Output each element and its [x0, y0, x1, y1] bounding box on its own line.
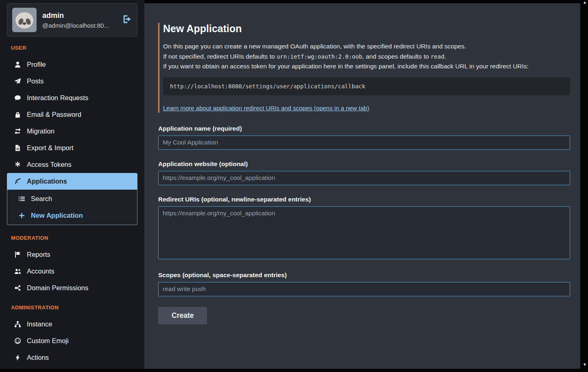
sidebar-item-label: Accounts — [27, 267, 54, 275]
callback-url-codeblock: http://localhost:8080/settings/user/appl… — [163, 77, 570, 95]
sidebar-item-posts[interactable]: Posts — [7, 73, 137, 90]
network-icon — [13, 284, 22, 291]
create-button[interactable]: Create — [158, 307, 207, 324]
user-card: admin @admin@localhost:80... — [7, 3, 137, 37]
sidebar-item-custom-emoji[interactable]: Custom Emoji — [7, 333, 137, 349]
comment-icon — [13, 94, 22, 101]
sidebar-item-label: Reports — [27, 251, 50, 258]
sitemap-icon — [13, 321, 22, 328]
sidebar-item-actions[interactable]: Actions — [7, 349, 137, 366]
sidebar-item-instance[interactable]: Instance — [7, 316, 137, 333]
file-export-icon — [13, 144, 22, 151]
sidebar-item-label: Interaction Requests — [27, 94, 88, 102]
sidebar-item-label: Profile — [27, 61, 46, 68]
sidebar-item-label: Instance — [27, 320, 52, 328]
sidebar-item-interaction-requests[interactable]: Interaction Requests — [7, 90, 137, 106]
sidebar-item-label: Search — [31, 195, 52, 203]
window-bottom-edge — [0, 369, 588, 372]
transfer-arrows-icon — [13, 128, 22, 135]
user-info: admin @admin@localhost:80... — [42, 11, 117, 29]
intro-line-3: If you want to obtain an access token fo… — [163, 61, 570, 72]
avatar-detail — [23, 22, 26, 25]
sidebar-item-migration[interactable]: Migration — [7, 123, 137, 140]
moderation-nav: Reports Accounts Domain Permissions — [7, 246, 137, 296]
sidebar-item-new-application[interactable]: New Application — [7, 207, 137, 224]
page-title: New Application — [163, 23, 570, 35]
application-name-input[interactable] — [158, 136, 570, 150]
sidebar-item-access-tokens[interactable]: Access Tokens — [7, 156, 137, 173]
users-icon — [13, 268, 22, 275]
intro-section: New Application On this page you can cre… — [158, 23, 570, 113]
avatar[interactable] — [12, 8, 37, 32]
sidebar-item-label: Posts — [27, 77, 44, 85]
user-icon — [13, 61, 22, 68]
sidebar-item-label: Export & Import — [27, 144, 74, 152]
avatar-face — [15, 12, 33, 28]
sidebar-item-label: New Application — [31, 212, 83, 219]
plus-icon — [17, 212, 26, 219]
main-panel: New Application On this page you can cre… — [144, 3, 580, 369]
user-name: admin — [42, 11, 117, 20]
sidebar-item-label: Migration — [27, 127, 54, 135]
intro-line-1: On this page you can create a new manage… — [163, 42, 570, 52]
feather-icon — [13, 178, 22, 185]
app-window: admin @admin@localhost:80... USER Profil… — [0, 0, 588, 372]
lock-icon — [13, 111, 22, 118]
learn-more-link[interactable]: Learn more about application redirect UR… — [163, 105, 369, 112]
scroll-up-arrow-icon[interactable]: ▲ — [583, 0, 587, 4]
sidebar: admin @admin@localhost:80... USER Profil… — [0, 0, 144, 369]
sidebar-item-label: Applications — [27, 177, 67, 185]
intro-text: . — [444, 53, 446, 60]
application-name-label: Application name (required) — [158, 125, 570, 132]
sidebar-item-search[interactable]: Search — [7, 190, 137, 207]
scopes-input[interactable] — [158, 282, 570, 296]
application-website-field: Application website (optional) — [158, 160, 570, 185]
asterisk-icon — [13, 161, 22, 168]
section-label-administration: ADMINISTRATION — [7, 296, 137, 316]
sidebar-item-export-import[interactable]: Export & Import — [7, 140, 137, 156]
sidebar-item-label: Access Tokens — [27, 161, 72, 168]
section-label-user: USER — [7, 37, 137, 56]
sidebar-item-domain-permissions[interactable]: Domain Permissions — [7, 280, 137, 296]
sidebar-item-label: Email & Password — [27, 111, 81, 118]
intro-text: , and scopes defaults to — [362, 53, 431, 60]
sidebar-item-label: Custom Emoji — [27, 337, 69, 345]
intro-line-2: If not specified, redirect URIs defaults… — [163, 52, 570, 62]
application-website-input[interactable] — [158, 171, 570, 185]
user-nav: Profile Posts Interaction Requests Email… — [7, 56, 137, 225]
bolt-icon — [13, 354, 22, 361]
sidebar-item-label: Domain Permissions — [27, 284, 88, 292]
user-handle: @admin@localhost:80... — [42, 22, 117, 29]
redirect-uris-label: Redirect URIs (optional, newline-separat… — [158, 196, 570, 203]
paper-plane-icon — [13, 78, 22, 85]
scrollbar-track[interactable]: ▲ ▼ — [580, 0, 588, 372]
administration-nav: Instance Custom Emoji Actions — [7, 316, 137, 366]
sidebar-item-email-password[interactable]: Email & Password — [7, 106, 137, 123]
sidebar-item-accounts[interactable]: Accounts — [7, 263, 137, 280]
scopes-field: Scopes (optional, space-separated entrie… — [158, 271, 570, 296]
sidebar-item-profile[interactable]: Profile — [7, 56, 137, 73]
scroll-down-arrow-icon[interactable]: ▼ — [583, 362, 587, 367]
smiley-icon — [13, 337, 22, 344]
section-label-moderation: MODERATION — [7, 227, 137, 246]
new-application-form: Application name (required) Application … — [158, 125, 570, 324]
sidebar-item-label: Actions — [27, 354, 49, 361]
applications-submenu: Search New Application — [7, 190, 137, 225]
inline-code-oob: urn:ietf:wg:oauth:2.0:oob — [277, 53, 362, 60]
list-icon — [17, 195, 26, 202]
application-website-label: Application website (optional) — [158, 160, 570, 168]
sidebar-item-applications[interactable]: Applications — [7, 173, 137, 190]
redirect-uris-textarea[interactable] — [158, 206, 570, 259]
callback-url: http://localhost:8080/settings/user/appl… — [170, 83, 365, 90]
scopes-label: Scopes (optional, space-separated entrie… — [158, 271, 570, 279]
sidebar-item-reports[interactable]: Reports — [7, 246, 137, 263]
inline-code-read: read — [431, 53, 444, 60]
flag-icon — [13, 251, 22, 258]
application-name-field: Application name (required) — [158, 125, 570, 150]
sign-out-icon[interactable] — [122, 15, 132, 25]
redirect-uris-field: Redirect URIs (optional, newline-separat… — [158, 196, 570, 261]
intro-text: If not specified, redirect URIs defaults… — [163, 53, 277, 60]
